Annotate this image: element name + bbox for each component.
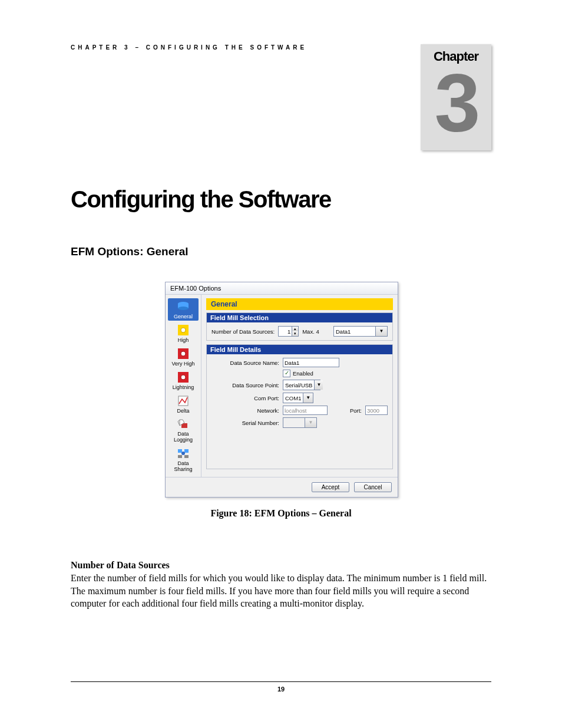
svg-point-15 — [181, 452, 185, 455]
mill-selector-value: Data1 — [334, 328, 375, 335]
sidebar-item-datasharing[interactable]: Data Sharing — [168, 445, 199, 473]
enabled-label: Enabled — [293, 370, 313, 377]
field-mill-selection-group: Field Mill Selection Number of Data Sour… — [206, 312, 393, 341]
page-title: Configuring the Software — [71, 186, 491, 213]
dialog-title: EFM-100 Options — [166, 282, 398, 295]
comport-select[interactable]: COM1 ▼ — [283, 393, 313, 403]
general-icon — [177, 300, 190, 313]
chevron-down-icon[interactable]: ▼ — [375, 327, 387, 336]
sidebar-item-datalogging[interactable]: Data Logging — [168, 416, 199, 444]
port-input[interactable] — [365, 406, 388, 415]
sidebar-item-label: Data Logging — [168, 431, 199, 443]
chevron-down-icon[interactable]: ▼ — [303, 393, 313, 403]
serial-select: ▼ — [283, 417, 317, 428]
sidebar-item-lightning[interactable]: Lightning — [168, 369, 199, 391]
efm-options-dialog: EFM-100 Options General High — [165, 282, 398, 498]
datasharing-icon — [177, 447, 190, 460]
page-number: 19 — [71, 681, 491, 693]
options-sidebar: General High Very High — [166, 295, 201, 477]
lightning-icon — [177, 371, 190, 384]
delta-icon — [177, 394, 190, 407]
network-input[interactable] — [283, 406, 328, 415]
svg-rect-12 — [184, 449, 189, 453]
num-sources-label: Number of Data Sources: — [211, 328, 275, 335]
section-heading: EFM Options: General — [71, 245, 491, 258]
sidebar-item-delta[interactable]: Delta — [168, 393, 199, 415]
paragraph-heading: Number of Data Sources — [71, 560, 491, 571]
sidebar-item-general[interactable]: General — [168, 298, 199, 321]
figure-caption: Figure 18: EFM Options – General — [165, 508, 397, 519]
mill-selector[interactable]: Data1 ▼ — [333, 326, 388, 337]
dsname-label: Data Source Name: — [211, 360, 279, 366]
port-label: Port: — [350, 407, 362, 414]
serial-label: Serial Number: — [211, 420, 279, 426]
sidebar-item-label: Lightning — [173, 385, 194, 391]
accept-button[interactable]: Accept — [312, 482, 349, 492]
high-icon — [177, 324, 190, 337]
paragraph-body: Enter the number of field mills for whic… — [71, 572, 491, 610]
sidebar-item-high[interactable]: High — [168, 322, 199, 344]
cancel-button[interactable]: Cancel — [354, 482, 392, 492]
panel-title: General — [206, 298, 393, 310]
checkmark-icon: ✓ — [283, 370, 290, 377]
num-sources-spinner[interactable]: ▴ ▾ — [278, 326, 299, 337]
enabled-checkbox[interactable]: ✓ Enabled — [283, 370, 313, 377]
network-label: Network: — [211, 407, 279, 414]
sidebar-item-label: Data Sharing — [168, 461, 199, 473]
dspoint-select[interactable]: Serial/USB ▼ — [283, 380, 320, 390]
field-mill-details-group: Field Mill Details Data Source Name: ✓ — [206, 344, 393, 469]
svg-point-8 — [181, 375, 186, 380]
chevron-down-icon[interactable]: ▼ — [314, 380, 323, 390]
sidebar-item-label: Very High — [171, 361, 194, 367]
sidebar-item-veryhigh[interactable]: Very High — [168, 345, 199, 368]
svg-rect-13 — [178, 455, 182, 458]
group-title: Field Mill Details — [207, 345, 392, 354]
svg-rect-14 — [184, 455, 189, 458]
spinner-up-icon[interactable]: ▴ — [292, 327, 298, 331]
chevron-down-icon: ▼ — [305, 418, 316, 427]
spinner-down-icon[interactable]: ▾ — [292, 331, 298, 336]
sidebar-item-label: Delta — [177, 409, 189, 414]
svg-point-4 — [181, 328, 186, 332]
svg-point-2 — [178, 307, 189, 310]
svg-point-6 — [181, 351, 186, 356]
comport-label: Com Port: — [211, 395, 279, 401]
chapter-badge: Chapter 3 — [421, 44, 491, 150]
num-sources-input[interactable] — [279, 328, 292, 335]
dspoint-label: Data Source Point: — [211, 382, 279, 388]
dsname-input[interactable] — [283, 358, 339, 367]
dspoint-value: Serial/USB — [283, 382, 314, 388]
svg-rect-11 — [178, 449, 182, 453]
chapter-number: 3 — [421, 64, 491, 141]
sidebar-item-label: General — [174, 314, 193, 320]
max-label: Max. 4 — [302, 328, 319, 335]
sidebar-item-label: High — [178, 338, 189, 344]
group-title: Field Mill Selection — [207, 313, 392, 322]
comport-value: COM1 — [283, 395, 303, 401]
datalogging-icon — [177, 417, 190, 430]
veryhigh-icon — [177, 347, 190, 360]
